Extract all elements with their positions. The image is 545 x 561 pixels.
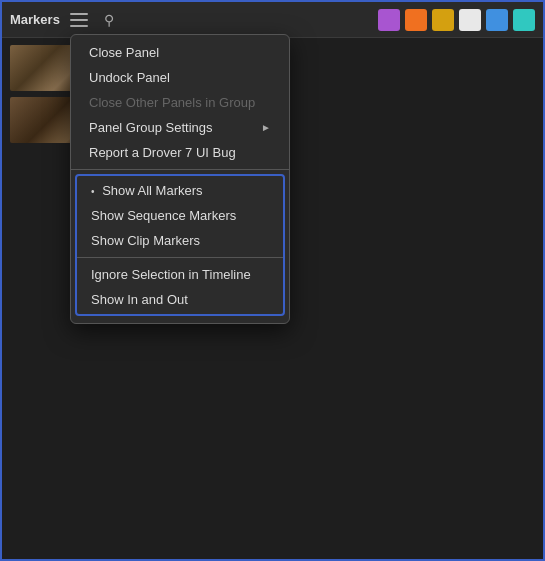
menu-item-close-panel[interactable]: Close Panel xyxy=(71,40,289,65)
menu-item-show-clip[interactable]: Show Clip Markers xyxy=(77,228,283,253)
swatch-cyan[interactable] xyxy=(513,9,535,31)
color-swatches xyxy=(378,9,535,31)
swatch-yellow[interactable] xyxy=(432,9,454,31)
menu-item-report-bug[interactable]: Report a Drover 7 UI Bug xyxy=(71,140,289,165)
menu-item-undock-panel[interactable]: Undock Panel xyxy=(71,65,289,90)
top-bar: Markers ⚲ xyxy=(2,2,543,38)
chevron-right-icon: ► xyxy=(261,122,271,133)
context-menu: Close Panel Undock Panel Close Other Pan… xyxy=(70,34,290,324)
menu-item-ignore-selection[interactable]: Ignore Selection in Timeline xyxy=(77,262,283,287)
swatch-purple[interactable] xyxy=(378,9,400,31)
swatch-orange[interactable] xyxy=(405,9,427,31)
bullet-icon: • xyxy=(91,186,95,197)
swatch-blue[interactable] xyxy=(486,9,508,31)
menu-item-show-sequence[interactable]: Show Sequence Markers xyxy=(77,203,283,228)
swatch-white[interactable] xyxy=(459,9,481,31)
menu-item-close-other: Close Other Panels in Group xyxy=(71,90,289,115)
menu-item-show-in-out[interactable]: Show In and Out xyxy=(77,287,283,312)
hamburger-menu-icon[interactable] xyxy=(70,13,88,27)
panel-title: Markers xyxy=(10,12,60,27)
search-button[interactable]: ⚲ xyxy=(96,7,122,33)
main-panel: Markers ⚲ xyxy=(2,2,543,559)
menu-separator-2 xyxy=(77,257,283,258)
blue-box-group: • Show All Markers Show Sequence Markers… xyxy=(75,174,285,316)
menu-separator-1 xyxy=(71,169,289,170)
menu-item-show-all[interactable]: • Show All Markers xyxy=(77,178,283,203)
menu-item-panel-group[interactable]: Panel Group Settings ► xyxy=(71,115,289,140)
